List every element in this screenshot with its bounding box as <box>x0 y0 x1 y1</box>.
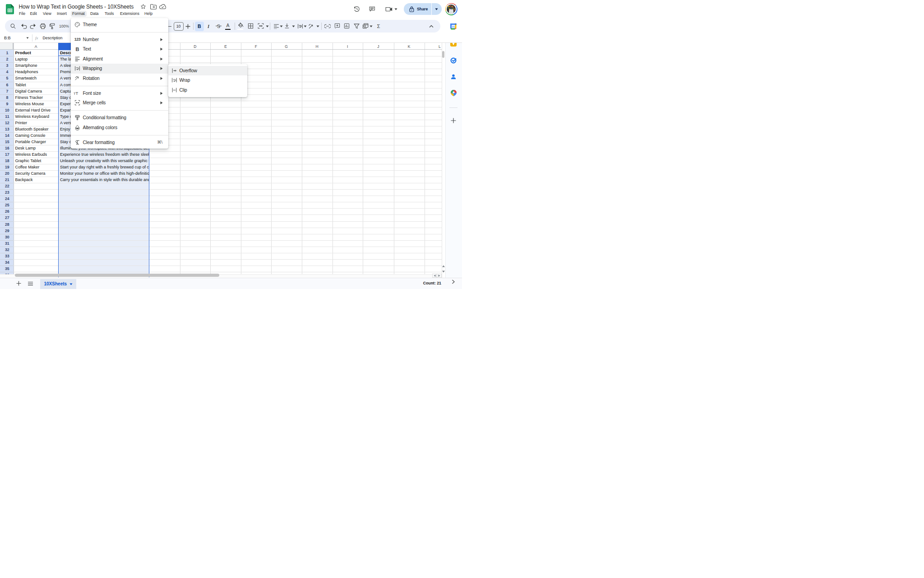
svg-text:31: 31 <box>452 25 455 28</box>
